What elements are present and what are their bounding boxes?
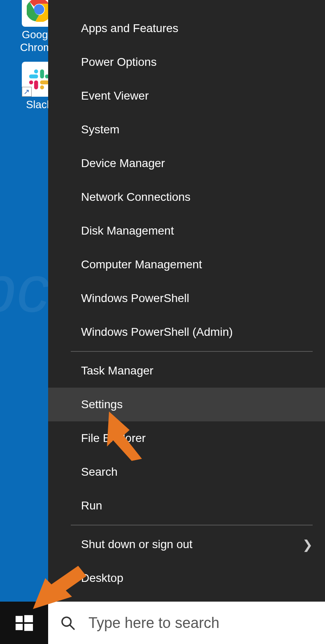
- menu-item-label: Computer Management: [81, 258, 202, 271]
- svg-point-1: [34, 4, 44, 14]
- menu-item-label: Disk Management: [81, 224, 174, 237]
- menu-item-file-explorer[interactable]: File Explorer: [48, 421, 325, 455]
- menu-item-event-viewer[interactable]: Event Viewer: [48, 79, 325, 113]
- menu-item-label: Shut down or sign out: [81, 538, 193, 551]
- chevron-right-icon: ❯: [302, 537, 313, 552]
- svg-line-15: [70, 625, 74, 629]
- menu-item-label: Apps and Features: [81, 22, 179, 35]
- menu-item-label: Power Options: [81, 56, 157, 69]
- menu-item-disk-management[interactable]: Disk Management: [48, 214, 325, 248]
- menu-item-label: Network Connections: [81, 191, 190, 204]
- menu-item-label: Windows PowerShell: [81, 292, 189, 305]
- menu-item-windows-powershell[interactable]: Windows PowerShell: [48, 281, 325, 315]
- menu-item-device-manager[interactable]: Device Manager: [48, 146, 325, 180]
- menu-item-label: Settings: [81, 398, 123, 411]
- menu-divider: [71, 351, 313, 352]
- svg-rect-3: [29, 74, 38, 78]
- menu-item-label: System: [81, 123, 119, 136]
- menu-item-task-manager[interactable]: Task Manager: [48, 354, 325, 388]
- windows-logo-icon: [15, 614, 34, 632]
- menu-item-computer-management[interactable]: Computer Management: [48, 248, 325, 281]
- start-button[interactable]: [0, 602, 48, 644]
- svg-rect-2: [40, 69, 44, 78]
- menu-item-desktop[interactable]: Desktop: [48, 561, 325, 595]
- menu-item-label: Device Manager: [81, 157, 165, 170]
- svg-rect-10: [15, 616, 22, 622]
- winx-context-menu: Apps and Features Power Options Event Vi…: [48, 0, 325, 603]
- menu-item-settings[interactable]: Settings: [48, 388, 325, 421]
- svg-rect-13: [24, 623, 33, 630]
- menu-item-apps-features[interactable]: Apps and Features: [48, 12, 325, 45]
- search-input[interactable]: [88, 614, 325, 632]
- menu-item-label: Event Viewer: [81, 89, 149, 102]
- menu-item-power-options[interactable]: Power Options: [48, 45, 325, 79]
- menu-item-label: Windows PowerShell (Admin): [81, 325, 233, 339]
- menu-item-windows-powershell-admin[interactable]: Windows PowerShell (Admin): [48, 315, 325, 349]
- svg-rect-5: [40, 80, 49, 84]
- menu-item-network-connections[interactable]: Network Connections: [48, 180, 325, 214]
- svg-rect-12: [15, 623, 22, 630]
- svg-point-9: [29, 80, 33, 84]
- taskbar: [0, 602, 325, 644]
- menu-item-run[interactable]: Run: [48, 489, 325, 523]
- svg-point-8: [40, 85, 44, 89]
- shortcut-arrow-icon: ↗: [22, 87, 32, 97]
- svg-point-6: [34, 69, 38, 73]
- menu-item-label: Task Manager: [81, 364, 153, 377]
- svg-rect-11: [24, 615, 33, 622]
- taskbar-search[interactable]: [48, 602, 325, 644]
- menu-item-shutdown-signout[interactable]: Shut down or sign out ❯: [48, 528, 325, 561]
- svg-rect-4: [34, 80, 38, 89]
- menu-item-search[interactable]: Search: [48, 455, 325, 489]
- menu-item-system[interactable]: System: [48, 113, 325, 146]
- menu-item-label: Search: [81, 465, 118, 479]
- menu-item-label: Run: [81, 499, 102, 512]
- search-icon: [60, 614, 76, 632]
- menu-item-label: Desktop: [81, 572, 123, 585]
- menu-item-label: File Explorer: [81, 432, 146, 445]
- menu-divider: [71, 525, 313, 525]
